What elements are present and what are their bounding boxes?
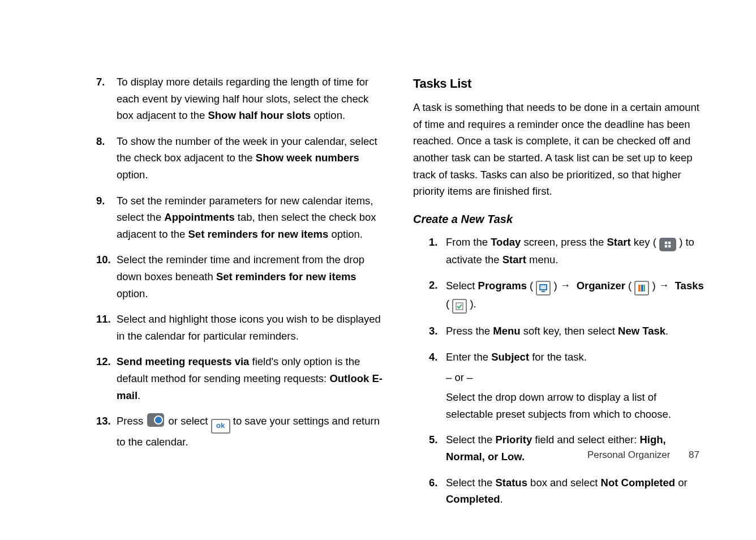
item-number: 9. (96, 192, 117, 209)
text: option. (328, 228, 363, 240)
item-content: Select and highlight those icons you wis… (117, 311, 385, 344)
text: option. (117, 169, 148, 181)
bold: Programs (478, 280, 527, 292)
bold: Start (607, 236, 630, 248)
text: option. (311, 109, 345, 121)
footer-section: Personal Organizer (587, 449, 670, 460)
text: . (138, 389, 140, 401)
item-number: 2. (429, 277, 446, 294)
text: Enter the (446, 351, 491, 363)
ok-key-icon (147, 413, 164, 427)
item-content: Select the Status box and select Not Com… (446, 474, 705, 508)
item-content: To show the number of the week in your c… (117, 133, 385, 183)
left-column: 7. To display more details regarding the… (96, 74, 385, 517)
svg-rect-3 (638, 285, 641, 292)
left-list: 7. To display more details regarding the… (96, 74, 385, 450)
list-item: 7. To display more details regarding the… (96, 74, 385, 124)
item-number: 11. (96, 311, 117, 328)
text: menu. (526, 254, 559, 265)
list-item: 9. To set the reminder parameters for ne… (96, 192, 385, 243)
bold: Priority (495, 434, 532, 445)
or-divider: – or – (446, 369, 705, 386)
item-content: Press or select ok to save your settings… (117, 413, 385, 450)
item-number: 1. (429, 234, 446, 251)
right-list: 1. From the Today screen, press the Star… (413, 234, 705, 508)
text: . (500, 493, 503, 505)
bold: Today (491, 236, 521, 248)
text: option. (117, 288, 148, 299)
item-number: 12. (96, 353, 117, 370)
text: From the (446, 236, 491, 248)
list-item: 10. Select the reminder time and increme… (96, 251, 385, 302)
list-item: 3. Press the Menu soft key, then select … (429, 323, 705, 340)
item-content: Press the Menu soft key, then select New… (446, 323, 705, 340)
text: Select the (446, 434, 495, 445)
text: ( (446, 298, 452, 310)
text: ) (652, 280, 659, 292)
text: soft key, then select (521, 325, 618, 337)
arrow-icon: → (560, 279, 571, 291)
text: for the task. (529, 351, 587, 363)
page-footer: Personal Organizer 87 (587, 449, 699, 461)
item-number: 5. (429, 431, 446, 448)
item-number: 13. (96, 413, 117, 430)
windows-flag-icon (659, 238, 676, 251)
section-paragraph: A task is something that needs to be don… (413, 99, 705, 200)
ok-button-icon: ok (211, 419, 230, 434)
item-content: To set the reminder parameters for new c… (117, 192, 385, 243)
section-heading: Tasks List (413, 74, 705, 93)
list-item: 6. Select the Status box and select Not … (429, 474, 705, 508)
subsection-heading: Create a New Task (413, 210, 705, 228)
list-item: 12. Send meeting requests via field's on… (96, 353, 385, 404)
bold: Not Completed (601, 477, 676, 488)
bold: New Task (618, 325, 665, 337)
item-number: 6. (429, 474, 446, 491)
text: Select and highlight those icons you wis… (117, 313, 381, 342)
text: field and select either: (532, 434, 639, 445)
text: ) (554, 280, 560, 292)
svg-rect-5 (644, 285, 645, 292)
bold: Set reminders for new items (216, 271, 356, 282)
text: Select the (446, 477, 495, 488)
text: ( (625, 280, 634, 292)
svg-rect-1 (540, 285, 546, 289)
svg-rect-4 (641, 285, 643, 292)
page-content: 7. To display more details regarding the… (0, 0, 756, 517)
item-content: Select the reminder time and increment f… (117, 251, 385, 302)
text: box and select (527, 477, 601, 488)
text: key ( (631, 236, 659, 248)
item-content: From the Today screen, press the Start k… (446, 234, 705, 268)
item-number: 3. (429, 323, 446, 340)
text: ). (470, 298, 476, 310)
list-item: 2. Select Programs ( ) → Organizer ( ) →… (429, 277, 705, 314)
page-number: 87 (689, 449, 699, 460)
text: Press the (446, 325, 493, 337)
bold: Show half hour slots (208, 109, 311, 121)
list-item: 11. Select and highlight those icons you… (96, 311, 385, 344)
bold: Subject (491, 351, 529, 363)
tasks-icon (452, 299, 467, 314)
bold: Tasks (675, 280, 704, 292)
bold: Send meeting requests via (117, 355, 249, 367)
list-item: 4. Enter the Subject for the task. – or … (429, 349, 705, 422)
bold: Status (495, 477, 527, 488)
item-content: To display more details regarding the le… (117, 74, 385, 124)
programs-icon (536, 281, 551, 295)
list-item: 1. From the Today screen, press the Star… (429, 234, 705, 268)
text: or (675, 477, 688, 488)
item-content: Select Programs ( ) → Organizer ( ) → Ta… (446, 277, 705, 314)
text: screen, press the (521, 236, 607, 248)
item-content: Enter the Subject for the task. – or – S… (446, 349, 705, 422)
organizer-icon (634, 281, 649, 295)
text: ( (527, 280, 536, 292)
text: . (665, 325, 668, 337)
svg-rect-2 (542, 291, 545, 292)
bold: Menu (493, 325, 520, 337)
bold: Appointments (164, 211, 234, 223)
bold: Organizer (577, 280, 625, 292)
text: Press (117, 415, 146, 427)
item-content: Send meeting requests via field's only o… (117, 353, 385, 404)
bold: Set reminders for new items (188, 228, 329, 240)
item-number: 4. (429, 349, 446, 366)
item-number: 8. (96, 133, 117, 150)
